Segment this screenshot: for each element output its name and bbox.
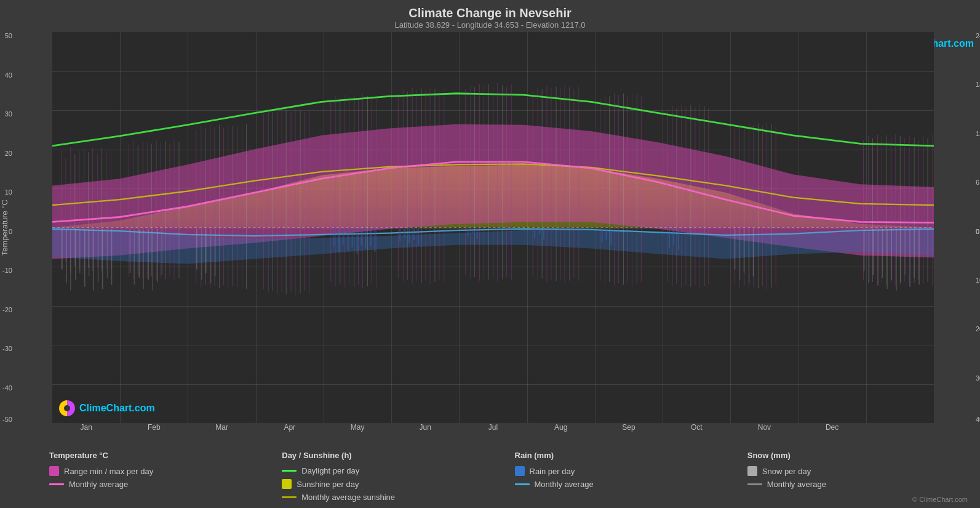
x-tick-feb: Feb [148, 423, 161, 432]
legend-col-temp: Temperature °C Range min / max per day M… [49, 451, 269, 502]
rain-rect-label: Rain per day [530, 467, 575, 476]
sunshine-rect-label: Sunshine per day [297, 480, 359, 489]
snow-rect-swatch [747, 466, 757, 476]
legend-item-daylight: Daylight per day [282, 466, 502, 475]
legend-item-rain-avg: Monthly average [515, 480, 735, 489]
temp-range-label: Range min / max per day [64, 467, 153, 476]
sunshine-avg-swatch [282, 496, 297, 498]
legend-title-rain: Rain (mm) [515, 451, 735, 460]
legend-col-snow: Snow (mm) Snow per day Monthly average [747, 451, 968, 502]
legend-title-temp: Temperature °C [49, 451, 269, 460]
x-tick-jun: Jun [420, 423, 431, 432]
x-tick-nov: Nov [758, 423, 771, 432]
y-axis-left-label: Temperature °C [0, 200, 9, 256]
snow-avg-label: Monthly average [767, 480, 826, 489]
x-tick-may: May [351, 423, 365, 432]
legend-item-snow-avg: Monthly average [747, 480, 968, 489]
x-tick-dec: Dec [826, 423, 839, 432]
daylight-label: Daylight per day [301, 466, 359, 475]
temp-range-swatch [49, 466, 59, 476]
x-tick-mar: Mar [215, 423, 228, 432]
temp-avg-swatch [49, 483, 64, 485]
x-tick-aug: Aug [554, 423, 567, 432]
sunshine-rect-swatch [282, 479, 292, 489]
chart-inner: generated below via JS [52, 32, 934, 423]
legend-area: Temperature °C Range min / max per day M… [0, 445, 980, 508]
x-tick-apr: Apr [284, 423, 295, 432]
legend-col-rain: Rain (mm) Rain per day Monthly average [515, 451, 735, 502]
brand-icon-bottom [58, 400, 76, 417]
rain-avg-swatch [515, 483, 530, 485]
chart-header: Climate Change in Nevsehir Latitude 38.6… [0, 0, 980, 32]
legend-item-temp-avg: Monthly average [49, 480, 269, 489]
snow-rect-label: Snow per day [762, 467, 811, 476]
x-axis: Jan Feb Mar Apr May Jun Jul Aug Sep Oct … [52, 423, 934, 445]
legend-item-sunshine-avg: Monthly average sunshine [282, 493, 502, 502]
snow-avg-swatch [747, 483, 762, 485]
x-tick-jul: Jul [488, 423, 498, 432]
rain-rect-swatch [515, 466, 525, 476]
legend-item-temp-range: Range min / max per day [49, 466, 269, 476]
x-tick-sep: Sep [622, 423, 635, 432]
legend-title-snow: Snow (mm) [747, 451, 968, 460]
brand-bottom: ClimeChart.com [58, 400, 155, 417]
svg-point-212 [64, 405, 70, 411]
brand-name-bottom: ClimeChart.com [79, 403, 155, 414]
chart-title: Climate Change in Nevsehir [0, 6, 980, 20]
chart-subtitle: Latitude 38.629 - Longitude 34.653 - Ele… [0, 20, 980, 30]
chart-svg: generated below via JS [52, 32, 934, 423]
legend-title-sunshine: Day / Sunshine (h) [282, 451, 502, 460]
main-container: Climate Change in Nevsehir Latitude 38.6… [0, 0, 980, 508]
sunshine-avg-label: Monthly average sunshine [301, 493, 395, 502]
legend-item-snow-rect: Snow per day [747, 466, 968, 476]
x-tick-oct: Oct [691, 423, 703, 432]
x-tick-jan: Jan [80, 423, 92, 432]
legend-col-sunshine: Day / Sunshine (h) Daylight per day Suns… [282, 451, 502, 502]
copyright: © ClimeChart.com [912, 496, 968, 503]
legend-item-rain-rect: Rain per day [515, 466, 735, 476]
daylight-swatch [282, 470, 297, 472]
temp-avg-label: Monthly average [69, 480, 128, 489]
rain-avg-label: Monthly average [535, 480, 594, 489]
legend-item-sunshine-rect: Sunshine per day [282, 479, 502, 489]
